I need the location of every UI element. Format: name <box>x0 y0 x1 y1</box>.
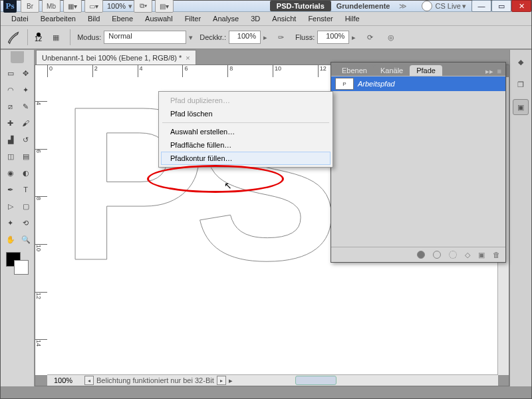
titlebar: Ps Br Mb ▦▾ ▭▾ 100%▾ ⧉▾ ▤▾ PSD-Tutorials… <box>1 1 531 12</box>
tablet-size-icon[interactable]: ◎ <box>384 30 398 45</box>
lasso-tool-icon[interactable]: ◠ <box>3 82 18 97</box>
marquee-tool-icon[interactable]: ▭ <box>3 66 18 80</box>
menu-3d[interactable]: 3D <box>245 13 265 24</box>
status-prev-icon[interactable]: ◂ <box>84 376 94 385</box>
color-swatches[interactable] <box>6 252 29 275</box>
ruler-origin[interactable] <box>35 65 48 78</box>
zoom-tool-icon[interactable]: ▤▾ <box>155 0 174 13</box>
menu-fenster[interactable]: Fenster <box>303 13 338 24</box>
zoom-tool-icon[interactable]: 🔍 <box>19 232 33 247</box>
document-tab[interactable]: Unbenannt-1 bei 100% (Ebene 1, RGB/8) * … <box>36 50 196 65</box>
tab-pfade[interactable]: Pfade <box>410 65 442 76</box>
path-to-selection-icon[interactable] <box>449 251 457 259</box>
minimize-button[interactable]: — <box>471 0 491 12</box>
move-tool-icon[interactable]: ✥ <box>19 66 33 80</box>
fluss-label: Fluss: <box>295 33 315 41</box>
menu-filter[interactable]: Filter <box>180 13 206 24</box>
modus-label: Modus: <box>77 33 101 41</box>
layers-panel-icon[interactable]: ❐ <box>513 76 529 92</box>
wand-tool-icon[interactable]: ✦ <box>19 82 33 97</box>
workspace-button[interactable]: PSD-Tutorials <box>270 1 331 11</box>
pen-tool-icon[interactable]: ✒ <box>3 182 18 197</box>
scrollbar-thumb[interactable] <box>295 376 336 385</box>
document-tab-label: Unbenannt-1 bei 100% (Ebene 1, RGB/8) * <box>42 54 182 62</box>
ctx-make-selection[interactable]: Auswahl erstellen… <box>161 125 331 138</box>
paths-panel-icon[interactable]: ▣ <box>513 99 529 115</box>
arrange-documents-icon[interactable]: ▦▾ <box>63 0 82 13</box>
cslive-icon[interactable] <box>422 1 432 11</box>
eraser-tool-icon[interactable]: ◫ <box>3 149 18 164</box>
fill-path-icon[interactable] <box>417 251 425 259</box>
status-message: Belichtung funktioniert nur bei 32-Bit <box>96 376 214 384</box>
hand-tool-icon[interactable]: ✋ <box>3 232 18 247</box>
swatches-panel-icon[interactable]: ◆ <box>513 54 529 70</box>
ctx-duplicate-path: Pfad duplizieren… <box>161 94 331 107</box>
minibridge-button[interactable]: Mb <box>42 0 61 13</box>
brush-tool-icon[interactable]: 🖌 <box>19 116 33 130</box>
brush-tool-icon[interactable] <box>6 30 21 45</box>
brush-panel-icon[interactable]: ▦ <box>49 30 63 45</box>
menu-ansicht[interactable]: Ansicht <box>267 13 301 24</box>
cslive-label[interactable]: CS Live <box>435 2 461 10</box>
type-tool-icon[interactable]: T <box>19 182 33 197</box>
fluss-input[interactable]: 100% <box>317 31 349 44</box>
gradient-tool-icon[interactable]: ▤ <box>19 149 33 164</box>
3d-tool-icon[interactable]: ✦ <box>3 215 18 230</box>
menu-ebene[interactable]: Ebene <box>106 13 138 24</box>
titlebar-zoom[interactable]: 100% <box>107 2 126 10</box>
background-swatch[interactable] <box>14 260 29 275</box>
menu-auswahl[interactable]: Auswahl <box>140 13 178 24</box>
hand-tool-icon[interactable]: ⧉▾ <box>134 0 152 13</box>
ruler-vertical[interactable]: 4 6 8 10 12 14 <box>35 77 48 375</box>
chevron-right-icon[interactable]: ≫ <box>399 2 407 11</box>
right-dock: ◆ ❐ ▣ <box>509 50 531 386</box>
menu-bearbeiten[interactable]: Bearbeiten <box>35 13 81 24</box>
eyedropper-tool-icon[interactable]: ✎ <box>19 99 33 114</box>
maximize-button[interactable]: ▭ <box>491 0 511 12</box>
bridge-button[interactable]: Br <box>21 0 39 13</box>
stamp-tool-icon[interactable]: ▟ <box>3 132 18 147</box>
paths-panel: Ebenen Kanäle Pfade ▸▸≡ P Arbeitspfad ◇ … <box>331 62 506 263</box>
menu-analyse[interactable]: Analyse <box>207 13 244 24</box>
brush-preset[interactable]: 12 <box>35 33 42 43</box>
ctx-fill-path[interactable]: Pfadfläche füllen… <box>161 138 331 152</box>
path-thumbnail-icon: P <box>335 78 354 90</box>
zoom-field[interactable]: 100% <box>47 376 79 384</box>
close-tab-icon[interactable]: × <box>186 54 190 62</box>
deckkr-input[interactable]: 100% <box>229 31 261 44</box>
app-logo-icon: Ps <box>3 0 17 13</box>
close-button[interactable]: ✕ <box>511 0 531 12</box>
history-brush-icon[interactable]: ↺ <box>19 132 33 147</box>
tab-ebenen[interactable]: Ebenen <box>335 65 374 76</box>
shape-tool-icon[interactable]: ▢ <box>19 199 33 213</box>
path-row[interactable]: P Arbeitspfad <box>331 76 505 91</box>
stroke-path-icon[interactable] <box>433 251 441 259</box>
tablet-opacity-icon[interactable]: ✑ <box>274 30 289 45</box>
context-menu: Pfad duplizieren… Pfad löschen Auswahl e… <box>158 91 333 168</box>
blur-tool-icon[interactable]: ◉ <box>3 166 18 180</box>
ctx-stroke-path[interactable]: Pfadkontur füllen… <box>161 152 331 165</box>
tab-kanaele[interactable]: Kanäle <box>374 65 410 76</box>
menu-datei[interactable]: Datei <box>6 13 34 24</box>
deckkr-label: Deckkr.: <box>200 33 226 41</box>
new-path-icon[interactable]: ▣ <box>478 251 485 259</box>
dodge-tool-icon[interactable]: ◐ <box>19 166 33 180</box>
panel-menu-icon[interactable]: ≡ <box>497 67 501 76</box>
screen-mode-icon[interactable]: ▭▾ <box>84 0 103 13</box>
menu-hilfe[interactable]: Hilfe <box>340 13 365 24</box>
ctx-delete-path[interactable]: Pfad löschen <box>161 107 331 120</box>
airbrush-icon[interactable]: ⟳ <box>362 30 377 45</box>
menubar: Datei Bearbeiten Bild Ebene Auswahl Filt… <box>1 12 531 26</box>
toolbox-grip[interactable] <box>11 51 24 63</box>
menu-bild[interactable]: Bild <box>82 13 105 24</box>
status-next-icon[interactable]: ▸ <box>217 376 226 385</box>
panel-collapse-icon[interactable]: ▸▸ <box>485 67 493 76</box>
delete-path-icon[interactable]: 🗑 <box>493 251 500 259</box>
new-path-from-selection-icon[interactable]: ◇ <box>465 251 470 259</box>
heal-tool-icon[interactable]: ✚ <box>3 116 18 130</box>
crop-tool-icon[interactable]: ⧄ <box>3 99 18 114</box>
modus-select[interactable]: Normal <box>104 31 186 44</box>
path-select-icon[interactable]: ▷ <box>3 199 18 213</box>
3d-camera-icon[interactable]: ⟲ <box>19 215 33 230</box>
project-label[interactable]: Grundelemente <box>336 2 390 10</box>
